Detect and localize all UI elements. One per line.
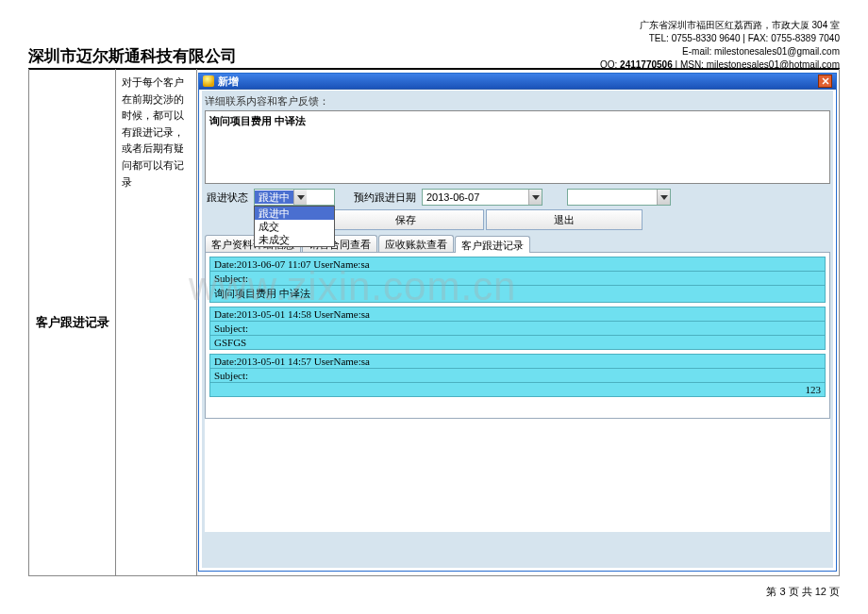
window-title: 新增	[218, 75, 239, 89]
record-body: 询问项目费用 中译法	[209, 286, 826, 303]
record-item: Date:2013-06-07 11:07 UserName:sa Subjec…	[209, 257, 826, 303]
followup-panel: Date:2013-06-07 11:07 UserName:sa Subjec…	[205, 253, 830, 419]
record-subject: Subject:	[209, 272, 826, 286]
page-root: 广东省深圳市福田区红荔西路，市政大厦 304 室 TEL: 0755-8330 …	[0, 0, 868, 614]
company-title: 深圳市迈尔斯通科技有限公司	[28, 45, 237, 67]
close-icon[interactable]	[818, 75, 832, 88]
date-combo[interactable]: 2013-06-07	[422, 189, 542, 206]
record-body: GSFGS	[209, 336, 826, 350]
status-option[interactable]: 未成交	[255, 233, 334, 246]
header-contact: 广东省深圳市福田区红荔西路，市政大厦 304 室 TEL: 0755-8330 …	[600, 19, 840, 72]
chevron-down-icon[interactable]	[528, 190, 542, 205]
screenshot-cell: 新增 详细联系内容和客户反馈： 询问项目费用 中译法 跟进状态 跟进中	[197, 69, 839, 575]
row-desc-cell: 对于每个客户在前期交涉的时候，都可以有跟进记录，或者后期有疑问都可以有记录	[116, 69, 197, 575]
form-row: 跟进状态 跟进中 跟进中 成交 未成交	[205, 188, 830, 207]
status-label: 跟进状态	[205, 191, 250, 205]
record-item: Date:2013-05-01 14:57 UserName:sa Subjec…	[209, 354, 826, 397]
status-option[interactable]: 成交	[255, 220, 334, 233]
record-subject: Subject:	[209, 369, 826, 383]
record-date: Date:2013-06-07 11:07 UserName:sa	[209, 257, 826, 272]
chevron-down-icon[interactable]	[293, 190, 307, 205]
detail-label: 详细联系内容和客户反馈：	[205, 94, 830, 108]
tab-receivable[interactable]: 应收账款查看	[378, 235, 454, 252]
save-button[interactable]: 保存	[327, 209, 484, 230]
empty-area	[205, 419, 830, 532]
status-option[interactable]: 跟进中	[255, 207, 334, 220]
status-dropdown-list[interactable]: 跟进中 成交 未成交	[254, 206, 335, 247]
record-subject: Subject:	[209, 322, 826, 336]
app-icon	[203, 75, 214, 87]
exit-button[interactable]: 退出	[486, 209, 643, 230]
page-number: 第 3 页 共 12 页	[766, 585, 840, 599]
extra-combo[interactable]	[567, 189, 671, 206]
chevron-down-icon[interactable]	[657, 190, 670, 205]
window-content: 详细联系内容和客户反馈： 询问项目费用 中译法 跟进状态 跟进中	[202, 91, 833, 568]
record-item: Date:2013-05-01 14:58 UserName:sa Subjec…	[209, 307, 826, 350]
row-title-cell: 客户跟进记录	[29, 69, 116, 575]
date-label: 预约跟进日期	[352, 191, 418, 205]
record-body: 123	[209, 383, 826, 397]
window-titlebar[interactable]: 新增	[199, 74, 836, 90]
record-date: Date:2013-05-01 14:57 UserName:sa	[209, 354, 826, 369]
content-table: 客户跟进记录 对于每个客户在前期交涉的时候，都可以有跟进记录，或者后期有疑问都可…	[28, 69, 840, 576]
detail-textarea[interactable]: 询问项目费用 中译法	[205, 110, 830, 184]
dialog-window: 新增 详细联系内容和客户反馈： 询问项目费用 中译法 跟进状态 跟进中	[198, 73, 837, 572]
status-combo[interactable]: 跟进中 跟进中 成交 未成交	[254, 189, 335, 206]
record-date: Date:2013-05-01 14:58 UserName:sa	[209, 307, 826, 322]
tab-followup[interactable]: 客户跟进记录	[455, 236, 530, 253]
